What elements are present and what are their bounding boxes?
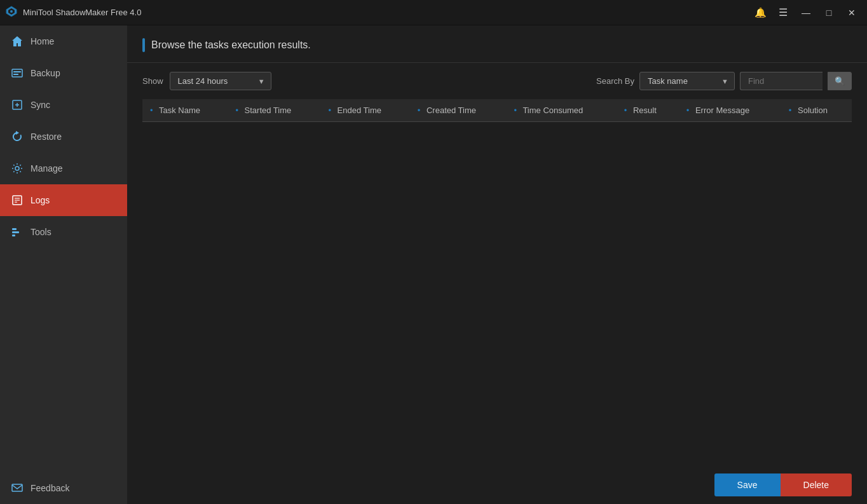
col-dot-started-time: • bbox=[235, 106, 238, 115]
content-area: Browse the tasks execution results. Show… bbox=[127, 25, 867, 504]
sidebar-item-restore[interactable]: Restore bbox=[0, 121, 127, 153]
sidebar-spacer bbox=[0, 248, 127, 472]
col-dot-error-message: • bbox=[686, 106, 690, 115]
col-task-name[interactable]: • Task Name bbox=[142, 99, 228, 122]
titlebar: MiniTool ShadowMaker Free 4.0 🔔 ☰ — □ ✕ bbox=[0, 0, 867, 25]
page-title-accent-bar bbox=[142, 38, 145, 52]
svg-rect-5 bbox=[13, 74, 18, 75]
restore-icon bbox=[10, 130, 24, 144]
table-container: • Task Name • Started Time • Ended Time bbox=[127, 99, 867, 466]
page-title-wrapper: Browse the tasks execution results. bbox=[142, 38, 852, 52]
svg-marker-9 bbox=[16, 131, 19, 135]
main-layout: Home Backup Sync bbox=[0, 25, 867, 504]
show-dropdown: Last 24 hours Last 7 days Last 30 days A… bbox=[170, 72, 271, 90]
search-icon: 🔍 bbox=[835, 76, 845, 86]
sidebar-item-manage[interactable]: Manage bbox=[0, 153, 127, 184]
col-label-created-time: Created Time bbox=[427, 106, 476, 115]
col-label-solution: Solution bbox=[798, 106, 828, 115]
search-by-label: Search By bbox=[596, 76, 634, 86]
search-button[interactable]: 🔍 bbox=[828, 72, 852, 90]
sidebar-item-tools[interactable]: Tools bbox=[0, 216, 127, 248]
col-dot-solution: • bbox=[789, 106, 792, 115]
table-header-row: • Task Name • Started Time • Ended Time bbox=[142, 99, 852, 122]
close-icon: ✕ bbox=[848, 8, 856, 18]
notification-icon: 🔔 bbox=[754, 7, 767, 18]
col-dot-time-consumed: • bbox=[514, 106, 517, 115]
col-time-consumed[interactable]: • Time Consumed bbox=[506, 99, 616, 122]
svg-point-10 bbox=[15, 167, 19, 170]
find-input[interactable] bbox=[740, 72, 823, 90]
col-label-started-time: Started Time bbox=[245, 106, 292, 115]
log-table: • Task Name • Started Time • Ended Time bbox=[142, 99, 852, 122]
titlebar-left: MiniTool ShadowMaker Free 4.0 bbox=[5, 5, 141, 20]
svg-rect-4 bbox=[13, 71, 21, 72]
sidebar-label-tools: Tools bbox=[31, 227, 51, 237]
sidebar-label-logs: Logs bbox=[31, 195, 50, 205]
svg-rect-17 bbox=[12, 235, 15, 236]
backup-icon bbox=[10, 66, 24, 80]
sidebar-item-sync[interactable]: Sync bbox=[0, 89, 127, 121]
svg-rect-16 bbox=[12, 231, 19, 233]
delete-button[interactable]: Delete bbox=[781, 473, 852, 496]
col-label-result: Result bbox=[633, 106, 657, 115]
col-error-message[interactable]: • Error Message bbox=[679, 99, 781, 122]
sidebar-item-backup[interactable]: Backup bbox=[0, 57, 127, 89]
toolbar-right: Search By Task name Result Error Message… bbox=[596, 72, 852, 90]
toolbar: Show Last 24 hours Last 7 days Last 30 d… bbox=[127, 63, 867, 99]
svg-rect-15 bbox=[12, 228, 17, 230]
maximize-icon: □ bbox=[826, 8, 831, 18]
minimize-icon: — bbox=[802, 8, 810, 18]
svg-rect-18 bbox=[12, 484, 22, 491]
bottom-bar: Save Delete bbox=[127, 466, 867, 504]
svg-rect-3 bbox=[12, 69, 22, 77]
col-dot-created-time: • bbox=[418, 106, 421, 115]
col-created-time[interactable]: • Created Time bbox=[410, 99, 507, 122]
sidebar-label-manage: Manage bbox=[31, 163, 63, 174]
col-solution[interactable]: • Solution bbox=[781, 99, 852, 122]
maximize-button[interactable]: □ bbox=[819, 4, 839, 22]
titlebar-controls: 🔔 ☰ — □ ✕ bbox=[750, 4, 862, 22]
sidebar-label-restore: Restore bbox=[31, 132, 62, 142]
col-result[interactable]: • Result bbox=[617, 99, 679, 122]
col-started-time[interactable]: • Started Time bbox=[228, 99, 320, 122]
sidebar-feedback-label: Feedback bbox=[31, 483, 69, 493]
show-select[interactable]: Last 24 hours Last 7 days Last 30 days A… bbox=[170, 72, 271, 90]
sidebar: Home Backup Sync bbox=[0, 25, 127, 504]
col-dot-task-name: • bbox=[150, 106, 153, 115]
col-label-ended-time: Ended Time bbox=[338, 106, 381, 115]
logs-icon bbox=[10, 193, 24, 207]
page-header: Browse the tasks execution results. bbox=[127, 25, 867, 63]
col-dot-ended-time: • bbox=[328, 106, 331, 115]
sidebar-item-logs[interactable]: Logs bbox=[0, 184, 127, 216]
col-label-task-name: Task Name bbox=[159, 106, 200, 115]
notification-button[interactable]: 🔔 bbox=[750, 4, 770, 22]
sidebar-item-feedback[interactable]: Feedback bbox=[0, 472, 127, 504]
search-by-select[interactable]: Task name Result Error Message bbox=[639, 72, 735, 90]
sync-icon bbox=[10, 98, 24, 112]
col-dot-result: • bbox=[624, 106, 627, 115]
toolbar-left: Show Last 24 hours Last 7 days Last 30 d… bbox=[142, 72, 271, 90]
app-logo-icon bbox=[5, 5, 18, 20]
sidebar-label-backup: Backup bbox=[31, 68, 60, 78]
app-title: MiniTool ShadowMaker Free 4.0 bbox=[23, 8, 141, 17]
tools-icon bbox=[10, 225, 24, 239]
col-ended-time[interactable]: • Ended Time bbox=[320, 99, 409, 122]
show-label: Show bbox=[142, 76, 163, 86]
home-icon bbox=[10, 34, 24, 48]
save-button[interactable]: Save bbox=[714, 473, 781, 496]
manage-icon bbox=[10, 161, 24, 175]
minimize-button[interactable]: — bbox=[796, 4, 816, 22]
page-title: Browse the tasks execution results. bbox=[151, 39, 311, 51]
feedback-icon bbox=[10, 481, 24, 495]
col-label-time-consumed: Time Consumed bbox=[522, 106, 583, 115]
sidebar-item-home[interactable]: Home bbox=[0, 25, 127, 57]
sidebar-label-home: Home bbox=[31, 36, 54, 46]
svg-point-2 bbox=[10, 10, 13, 13]
sidebar-label-sync: Sync bbox=[31, 100, 50, 110]
close-button[interactable]: ✕ bbox=[842, 4, 862, 22]
hamburger-icon: ☰ bbox=[779, 6, 788, 18]
menu-button[interactable]: ☰ bbox=[773, 4, 793, 22]
col-label-error-message: Error Message bbox=[695, 106, 749, 115]
search-by-wrapper: Task name Result Error Message ▼ bbox=[639, 72, 735, 90]
